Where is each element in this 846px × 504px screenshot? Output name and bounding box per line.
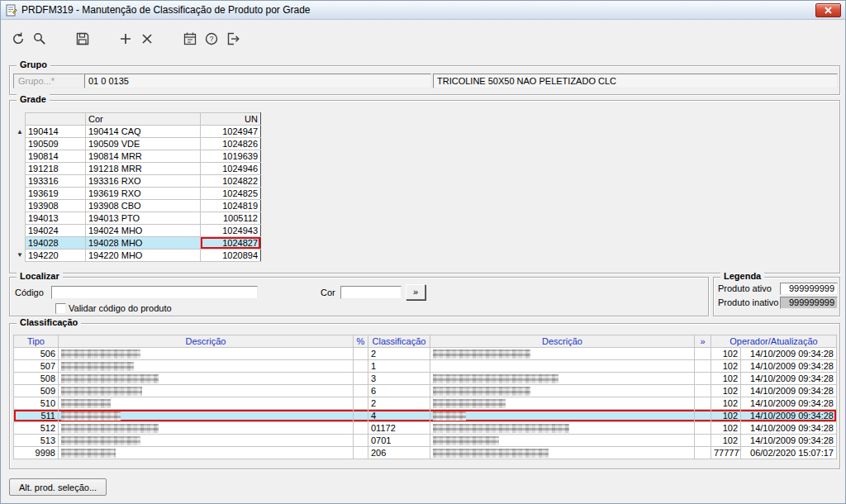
cls-cell-descricao1[interactable] xyxy=(59,385,354,397)
cls-cell-tipo[interactable]: 507 xyxy=(14,360,59,373)
delete-button[interactable] xyxy=(136,28,158,50)
cls-cell-classificacao[interactable]: 0701 xyxy=(368,435,430,447)
cls-cell-tipo[interactable]: 513 xyxy=(14,435,59,447)
classificacao-row[interactable]: 510210214/10/2009 09:34:28 xyxy=(14,397,837,410)
grupo-code-field[interactable]: 01 0 0135 xyxy=(84,74,431,88)
cls-col-mid[interactable]: % xyxy=(354,335,368,348)
grade-cell-cor[interactable]: 190509 VDE xyxy=(86,138,201,150)
grade-cell-codigo[interactable]: 194024 xyxy=(26,225,86,237)
grade-row[interactable]: 193619193619 RXO1024825 xyxy=(26,188,261,200)
grade-cell-cor[interactable]: 194220 MHO xyxy=(86,250,201,262)
alt-prod-selecao-button[interactable]: Alt. prod. seleção... xyxy=(9,478,107,496)
cls-cell-tipo[interactable]: 506 xyxy=(14,348,59,360)
cls-cell-operador[interactable]: 102 xyxy=(711,410,741,422)
grade-cell-cor[interactable]: 194024 MHO xyxy=(86,225,201,237)
grade-cell-codigo[interactable]: 191218 xyxy=(26,163,86,175)
cls-cell-descricao2[interactable] xyxy=(430,348,695,360)
cls-cell-mid[interactable] xyxy=(354,410,368,422)
add-button[interactable] xyxy=(115,28,136,50)
cls-cell-atualizacao[interactable]: 14/10/2009 09:34:28 xyxy=(741,435,837,447)
cls-col-descricao1[interactable]: Descrição xyxy=(59,335,354,348)
cls-col-expand[interactable]: » xyxy=(695,335,711,348)
grade-row[interactable]: 194024194024 MHO1024943 xyxy=(26,225,261,237)
cls-cell-expand[interactable] xyxy=(695,410,711,422)
cls-cell-classificacao[interactable]: 1 xyxy=(368,360,430,373)
grade-row[interactable]: 193316193316 RXO1024822 xyxy=(26,175,261,188)
save-button[interactable] xyxy=(72,28,93,50)
cls-col-operador[interactable]: Operador/Atualização xyxy=(711,335,837,348)
cls-col-tipo[interactable]: Tipo xyxy=(14,335,59,348)
cls-cell-descricao1[interactable] xyxy=(59,397,354,410)
cls-cell-operador[interactable]: 102 xyxy=(711,435,741,447)
codigo-input[interactable] xyxy=(51,286,258,299)
cls-cell-descricao2[interactable] xyxy=(430,373,695,385)
grade-cell-un[interactable]: 1024827 xyxy=(201,237,261,250)
cls-cell-tipo[interactable]: 511 xyxy=(14,410,59,422)
cls-cell-descricao2[interactable] xyxy=(430,385,695,397)
grade-cell-un[interactable]: 1024819 xyxy=(201,200,261,212)
cls-cell-operador[interactable]: 102 xyxy=(711,397,741,410)
grade-cell-codigo[interactable]: 194220 xyxy=(26,250,86,262)
grade-cell-codigo[interactable]: 193316 xyxy=(26,175,86,188)
grade-cell-codigo[interactable]: 190509 xyxy=(26,138,86,150)
cls-cell-classificacao[interactable]: 01172 xyxy=(368,422,430,435)
cls-cell-expand[interactable] xyxy=(695,422,711,435)
undo-button[interactable] xyxy=(7,28,29,50)
cls-cell-atualizacao[interactable]: 14/10/2009 09:34:28 xyxy=(741,360,837,373)
classificacao-row[interactable]: 507110214/10/2009 09:34:28 xyxy=(14,360,837,373)
cls-cell-classificacao[interactable]: 2 xyxy=(368,397,430,410)
grade-cell-codigo[interactable]: 193908 xyxy=(26,200,86,212)
cls-cell-descricao1[interactable] xyxy=(59,348,354,360)
grade-cell-un[interactable]: 1019639 xyxy=(201,150,261,163)
cls-cell-expand[interactable] xyxy=(695,447,711,459)
grade-cell-cor[interactable]: 190814 MRR xyxy=(86,150,201,163)
cls-cell-descricao1[interactable] xyxy=(59,422,354,435)
cls-cell-descricao2[interactable] xyxy=(430,410,695,422)
grade-cell-cor[interactable]: 190414 CAQ xyxy=(86,126,201,138)
cls-cell-tipo[interactable]: 510 xyxy=(14,397,59,410)
grade-cell-cor[interactable]: 193908 CBO xyxy=(86,200,201,212)
cls-cell-atualizacao[interactable]: 14/10/2009 09:34:28 xyxy=(741,397,837,410)
cls-cell-atualizacao[interactable]: 14/10/2009 09:34:28 xyxy=(741,410,837,422)
cls-cell-descricao1[interactable] xyxy=(59,373,354,385)
help-button[interactable]: ? xyxy=(201,28,222,50)
cls-cell-tipo[interactable]: 508 xyxy=(14,373,59,385)
grade-cell-codigo[interactable]: 194013 xyxy=(26,212,86,225)
cls-cell-atualizacao[interactable]: 14/10/2009 09:34:28 xyxy=(741,373,837,385)
cls-col-classificacao[interactable]: Classificação xyxy=(368,335,430,348)
search-button[interactable] xyxy=(29,28,50,50)
grade-cell-cor[interactable]: 193619 RXO xyxy=(86,188,201,200)
cls-cell-mid[interactable] xyxy=(354,397,368,410)
cls-cell-expand[interactable] xyxy=(695,348,711,360)
cls-cell-expand[interactable] xyxy=(695,373,711,385)
cor-input[interactable] xyxy=(340,286,402,299)
cls-cell-atualizacao[interactable]: 06/02/2020 15:07:17 xyxy=(741,447,837,459)
grade-row[interactable]: 194013194013 PTO1005112 xyxy=(26,212,261,225)
scroll-down-icon[interactable]: ▼ xyxy=(17,252,23,259)
calendar-button[interactable] xyxy=(179,28,201,50)
grade-cell-un[interactable]: 1024822 xyxy=(201,175,261,188)
grade-scroll-strip[interactable]: ▲ ▼ xyxy=(15,112,25,262)
cls-cell-operador[interactable]: 102 xyxy=(711,373,741,385)
cls-cell-mid[interactable] xyxy=(354,385,368,397)
grade-cell-un[interactable]: 1024946 xyxy=(201,163,261,175)
cls-cell-operador[interactable]: 102 xyxy=(711,348,741,360)
cls-cell-expand[interactable] xyxy=(695,397,711,410)
cls-cell-tipo[interactable]: 9998 xyxy=(14,447,59,459)
cls-cell-tipo[interactable]: 512 xyxy=(14,422,59,435)
grade-row[interactable]: 190509190509 VDE1024826 xyxy=(26,138,261,150)
cls-cell-mid[interactable] xyxy=(354,373,368,385)
grade-row[interactable]: 194220194220 MHO1020894 xyxy=(26,250,261,262)
cls-cell-atualizacao[interactable]: 14/10/2009 09:34:28 xyxy=(741,422,837,435)
grade-row[interactable]: 193908193908 CBO1024819 xyxy=(26,200,261,212)
cls-cell-expand[interactable] xyxy=(695,385,711,397)
grade-cell-un[interactable]: 1020894 xyxy=(201,250,261,262)
cls-cell-expand[interactable] xyxy=(695,360,711,373)
scroll-up-icon[interactable]: ▲ xyxy=(17,129,23,136)
grade-cell-cor[interactable]: 191218 MRR xyxy=(86,163,201,175)
cls-cell-descricao1[interactable] xyxy=(59,360,354,373)
cls-cell-descricao2[interactable] xyxy=(430,360,695,373)
cls-cell-atualizacao[interactable]: 14/10/2009 09:34:28 xyxy=(741,385,837,397)
cls-cell-descricao2[interactable] xyxy=(430,397,695,410)
grade-cell-cor[interactable]: 194013 PTO xyxy=(86,212,201,225)
